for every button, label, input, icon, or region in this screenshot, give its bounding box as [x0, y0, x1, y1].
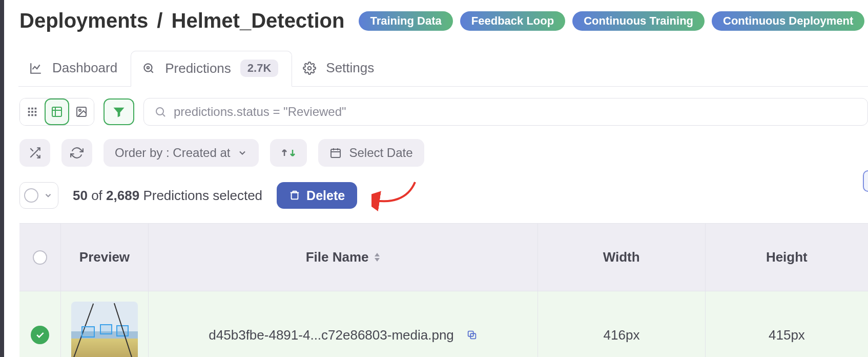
svg-point-15	[156, 108, 163, 115]
breadcrumb-root[interactable]: Deployments	[19, 9, 148, 32]
svg-rect-8	[35, 111, 37, 113]
svg-rect-17	[292, 193, 298, 200]
app-leftbar	[0, 0, 4, 357]
svg-point-1	[147, 67, 149, 69]
svg-rect-7	[31, 111, 33, 113]
svg-rect-11	[35, 114, 37, 116]
svg-rect-10	[31, 114, 33, 116]
order-by-label: Order by : Created at	[115, 146, 230, 160]
delete-button-label: Delete	[306, 188, 345, 203]
order-by-button[interactable]: Order by : Created at	[104, 139, 259, 167]
selection-dropdown[interactable]	[19, 182, 58, 209]
shuffle-button[interactable]	[19, 139, 50, 167]
search-input[interactable]	[174, 105, 857, 119]
sort-icon	[374, 253, 380, 262]
row-height: 415px	[706, 291, 868, 357]
thumbnail-image	[71, 302, 138, 357]
row-checkbox[interactable]	[19, 291, 61, 357]
tab-predictions[interactable]: Predictions 2.7K	[131, 51, 292, 87]
copy-icon[interactable]	[466, 329, 478, 341]
predictions-table: Preview File Name Width Height	[19, 223, 868, 357]
svg-rect-5	[35, 108, 37, 110]
pill-training-data[interactable]: Training Data	[359, 11, 452, 31]
view-grid-button[interactable]	[20, 98, 45, 125]
target-search-icon	[141, 61, 156, 75]
svg-rect-3	[28, 108, 30, 110]
row-width: 416px	[538, 291, 706, 357]
header-width[interactable]: Width	[538, 224, 706, 291]
header-height[interactable]: Height	[706, 224, 868, 291]
side-panel-edge[interactable]	[863, 170, 868, 192]
view-mode-group	[19, 98, 94, 126]
chevron-down-icon	[44, 191, 53, 200]
header-preview[interactable]: Preview	[61, 224, 148, 291]
svg-rect-12	[52, 107, 61, 116]
chart-line-icon	[29, 61, 43, 75]
selection-circle-icon	[24, 188, 38, 203]
search-icon	[154, 106, 167, 118]
view-table-button[interactable]	[45, 98, 69, 125]
annotation-arrow	[371, 180, 418, 211]
svg-rect-9	[28, 114, 30, 116]
tab-dashboard-label: Dashboard	[52, 60, 117, 76]
pill-continuous-deployment[interactable]: Continuous Deployment	[712, 11, 864, 31]
tab-settings-label: Settings	[326, 60, 374, 76]
svg-rect-16	[331, 149, 340, 157]
gear-icon	[302, 61, 317, 75]
row-filename: d45b3fbe-4891-4...c72e86803-media.png	[209, 327, 454, 343]
tab-settings[interactable]: Settings	[292, 52, 387, 85]
tab-predictions-label: Predictions	[165, 61, 231, 76]
table-row[interactable]: d45b3fbe-4891-4...c72e86803-media.png 41…	[19, 291, 868, 357]
chevron-down-icon	[237, 148, 247, 158]
breadcrumb: Deployments / Helmet_Detection	[19, 9, 344, 32]
header-select-all[interactable]	[19, 224, 61, 291]
search-input-wrap[interactable]	[143, 98, 868, 126]
selection-summary: 50 of 2,689 Predictions selected	[73, 188, 262, 204]
selection-count: 50	[73, 188, 88, 203]
pill-feedback-loop[interactable]: Feedback Loop	[460, 11, 565, 31]
svg-rect-4	[31, 108, 33, 110]
pill-continuous-training[interactable]: Continuous Training	[572, 11, 705, 31]
tab-dashboard[interactable]: Dashboard	[18, 52, 131, 85]
refresh-button[interactable]	[61, 139, 92, 167]
predictions-count-badge: 2.7K	[240, 60, 278, 77]
sort-direction-button[interactable]	[270, 139, 307, 167]
row-preview[interactable]	[61, 291, 149, 357]
selection-total: 2,689	[106, 188, 139, 203]
breadcrumb-current: Helmet_Detection	[172, 9, 345, 32]
svg-point-2	[308, 66, 312, 70]
trash-icon	[289, 190, 300, 201]
svg-point-0	[144, 64, 152, 71]
header-filename[interactable]: File Name	[149, 224, 538, 291]
select-date-label: Select Date	[349, 146, 412, 160]
svg-point-14	[79, 109, 81, 111]
svg-rect-6	[28, 111, 30, 113]
select-date-button[interactable]: Select Date	[318, 139, 424, 167]
view-image-button[interactable]	[69, 98, 94, 125]
table-header: Preview File Name Width Height	[19, 224, 868, 291]
breadcrumb-separator: /	[157, 9, 162, 32]
delete-button[interactable]: Delete	[277, 182, 357, 209]
row-filename-cell: d45b3fbe-4891-4...c72e86803-media.png	[149, 291, 538, 357]
calendar-icon	[329, 147, 342, 159]
filter-button[interactable]	[104, 98, 134, 125]
check-icon	[31, 326, 49, 344]
circle-icon	[33, 250, 47, 265]
